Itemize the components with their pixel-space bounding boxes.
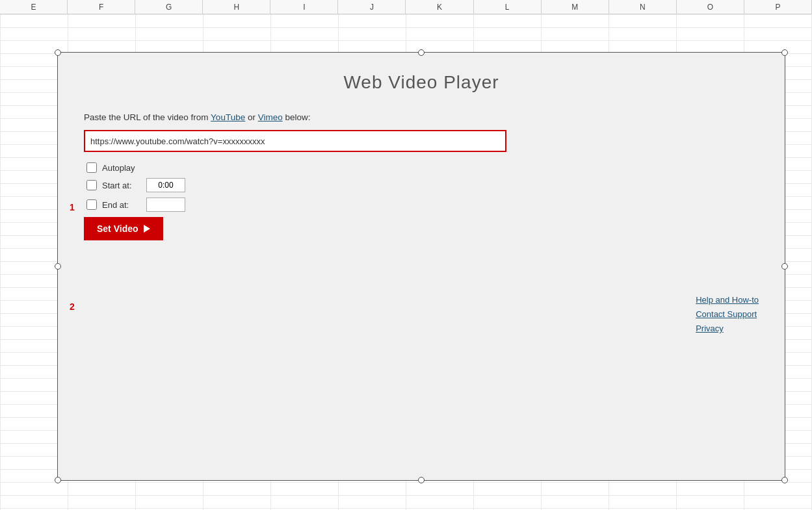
start-at-row: Start at:	[86, 178, 759, 192]
autoplay-label: Autoplay	[102, 163, 141, 173]
col-header-o: O	[677, 0, 744, 14]
instruction-after: below:	[283, 112, 311, 122]
end-at-input[interactable]	[146, 198, 185, 212]
widget-title: Web Video Player	[84, 72, 759, 93]
start-at-checkbox[interactable]	[86, 180, 97, 190]
end-at-checkbox[interactable]	[86, 199, 97, 210]
set-video-label: Set Video	[97, 223, 138, 234]
col-header-p: P	[744, 0, 812, 14]
side-links: Help and How-to Contact Support Privacy	[696, 293, 759, 336]
col-header-i: I	[270, 0, 338, 14]
help-link[interactable]: Help and How-to	[696, 293, 759, 307]
spreadsheet: E F G H I J K L M N O P 1 2 Web Video Pl…	[0, 0, 812, 510]
url-input-wrapper	[84, 130, 759, 152]
col-header-h: H	[203, 0, 270, 14]
col-header-m: M	[542, 0, 609, 14]
col-header-l: L	[474, 0, 542, 14]
col-header-n: N	[609, 0, 677, 14]
set-video-button[interactable]: Set Video	[84, 217, 163, 240]
options-area: Autoplay Start at: End at:	[86, 162, 759, 212]
col-header-e: E	[0, 0, 68, 14]
end-at-row: End at:	[86, 198, 759, 212]
instruction-text: Paste the URL of the video from YouTube …	[84, 112, 759, 122]
end-at-label: End at:	[102, 200, 141, 210]
autoplay-row: Autoplay	[86, 162, 759, 173]
col-header-j: J	[338, 0, 406, 14]
instruction-before: Paste the URL of the video from	[84, 112, 211, 122]
widget-content: Web Video Player Paste the URL of the vi…	[58, 53, 785, 480]
privacy-link[interactable]: Privacy	[696, 322, 759, 336]
col-header-g: G	[135, 0, 203, 14]
vimeo-link[interactable]: Vimeo	[258, 112, 283, 122]
col-header-k: K	[406, 0, 473, 14]
col-header-f: F	[68, 0, 135, 14]
start-at-input[interactable]	[146, 178, 185, 192]
start-at-label: Start at:	[102, 181, 141, 190]
autoplay-checkbox[interactable]	[86, 162, 97, 173]
or-text: or	[245, 112, 258, 122]
play-icon	[144, 225, 150, 233]
url-input[interactable]	[84, 130, 506, 152]
widget-panel: 1 2 Web Video Player Paste the URL of th…	[57, 52, 785, 481]
youtube-link[interactable]: YouTube	[211, 112, 245, 122]
contact-support-link[interactable]: Contact Support	[696, 307, 759, 322]
column-headers: E F G H I J K L M N O P	[0, 0, 812, 14]
